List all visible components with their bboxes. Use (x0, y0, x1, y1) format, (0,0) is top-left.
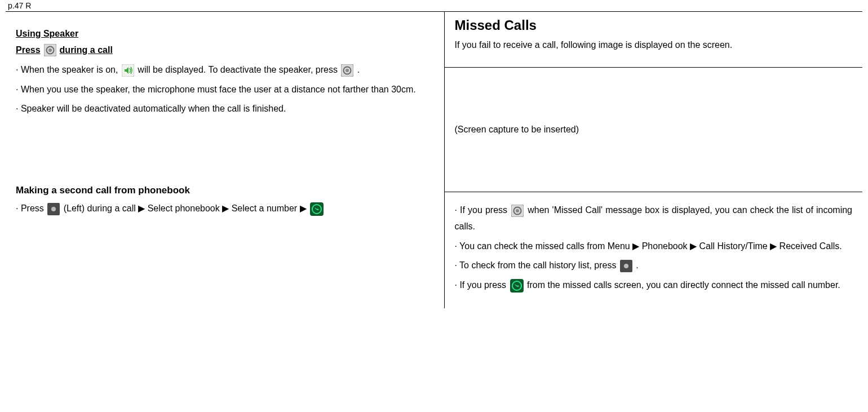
svg-point-8 (51, 207, 56, 211)
mc-bullet2: · You can check the missed calls from Me… (455, 238, 853, 255)
call-button-icon (310, 202, 324, 216)
speaker-active-icon (122, 64, 134, 77)
speaker-button-icon (44, 44, 56, 56)
mc-bullet1: · If you press when 'Missed Call' messag… (455, 202, 853, 235)
pb-b: (Left) during a call ▶ Select phonebook … (64, 203, 307, 213)
mc4-b: from the missed calls screen, you can di… (527, 280, 840, 290)
missed-calls-title: Missed Calls (455, 17, 853, 33)
screenshot-placeholder: (Screen capture to be inserted) (455, 125, 579, 135)
softkey-left-icon (47, 203, 60, 215)
left-column: Using Speaker Press during a call · When… (6, 12, 445, 308)
second-call-steps: · Press (Left) during a call ▶ Select ph… (16, 201, 434, 217)
mc-bullet4: · If you press from the missed calls scr… (455, 277, 853, 294)
press-during-call-line: Press during a call (16, 42, 434, 59)
bullet-auto-off: · Speaker will be deactivated automatica… (16, 101, 434, 117)
svg-point-2 (48, 48, 52, 52)
mc1-a: · If you press (455, 205, 508, 215)
second-call-heading: Making a second call from phonebook (16, 185, 434, 196)
pb-a: · Press (16, 203, 44, 213)
svg-point-6 (346, 69, 349, 72)
svg-point-13 (516, 209, 519, 212)
content-wrap: Using Speaker Press during a call · When… (6, 11, 862, 308)
missed-calls-header-cell: Missed Calls If you fail to receive a ca… (445, 12, 863, 68)
ok-button-icon (511, 205, 524, 217)
missed-calls-body-cell: · If you press when 'Missed Call' messag… (445, 192, 863, 308)
page-label: p.47 R (0, 0, 868, 11)
softkey-icon (620, 260, 632, 272)
speaker-button-icon-2 (341, 64, 353, 77)
right-column: Missed Calls If you fail to receive a ca… (445, 12, 863, 308)
press-prefix: Press (16, 42, 41, 59)
mc3-a: · To check from the call history list, p… (455, 260, 617, 270)
screenshot-placeholder-cell: (Screen capture to be inserted) (445, 68, 863, 192)
svg-point-15 (624, 264, 628, 268)
bullet-distance: · When you use the speaker, the micropho… (16, 82, 434, 98)
missed-calls-intro: If you fail to receive a call, following… (455, 40, 853, 50)
call-button-icon-2 (510, 279, 524, 293)
mc-bullet3: · To check from the call history list, p… (455, 258, 853, 274)
mc4-a: · If you press (455, 280, 507, 290)
bullet-speaker-on: · When the speaker is on, will be displa… (16, 62, 434, 78)
bullet1-a: · When the speaker is on, (16, 65, 118, 74)
press-suffix: during a call (60, 42, 113, 59)
bullet1-c: . (357, 65, 360, 74)
using-speaker-heading: Using Speaker (16, 29, 78, 39)
bullet1-b: will be displayed. To deactivate the spe… (138, 65, 338, 74)
mc3-b: . (636, 260, 638, 270)
